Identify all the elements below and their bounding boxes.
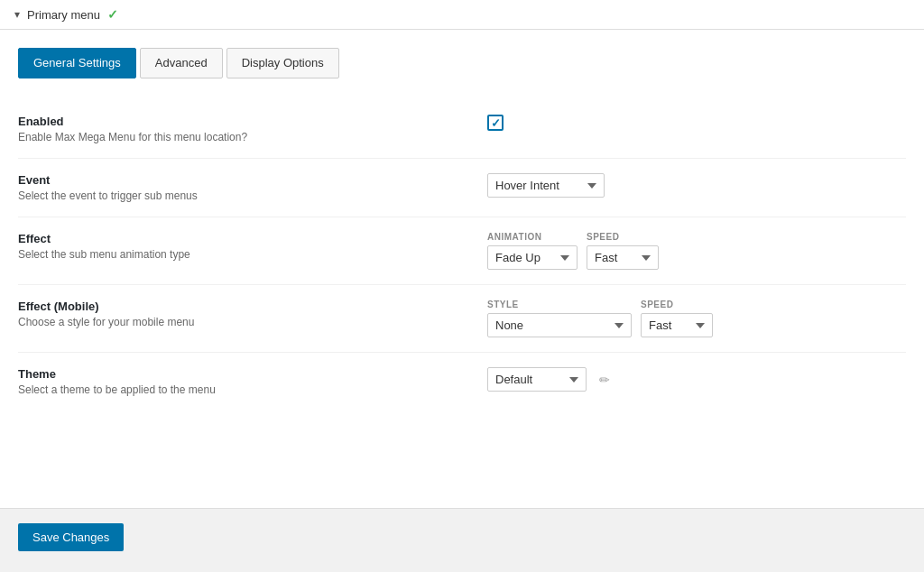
content-area: General Settings Advanced Display Option… [0,30,924,508]
setting-desc-enabled: Enable Max Mega Menu for this menu locat… [18,131,487,143]
style-label: STYLE [487,300,632,309]
setting-label-theme: Theme [18,367,487,381]
tab-display-options[interactable]: Display Options [226,48,339,78]
setting-control-enabled: ✓ [487,115,906,131]
setting-row-theme: Theme Select a theme to be applied to th… [18,353,906,411]
style-select[interactable]: None Slide Fade [487,313,632,337]
menu-title: Primary menu [27,8,100,22]
setting-desc-effect: Select the sub menu animation type [18,248,487,261]
animation-select[interactable]: Fade Up Fade Slide None [487,245,578,270]
check-icon: ✓ [107,7,118,22]
setting-desc-event: Select the event to trigger sub menus [18,189,487,202]
setting-label-col-enabled: Enabled Enable Max Mega Menu for this me… [18,115,487,143]
setting-desc-theme: Select a theme to be applied to the menu [18,383,487,396]
top-bar: ▾ Primary menu ✓ [0,0,924,30]
save-changes-button[interactable]: Save Changes [18,523,124,551]
setting-label-effect: Effect [18,232,487,245]
setting-label-col-effect: Effect Select the sub menu animation typ… [18,232,487,261]
setting-row-enabled: Enabled Enable Max Mega Menu for this me… [18,100,906,159]
speed-select-effect[interactable]: Fast Normal Slow [587,245,659,270]
setting-label-effect-mobile: Effect (Mobile) [18,300,487,313]
tabs-row: General Settings Advanced Display Option… [18,48,906,78]
setting-label-event: Event [18,173,487,187]
setting-label-col-effect-mobile: Effect (Mobile) Choose a style for your … [18,300,487,328]
footer-bar: Save Changes [0,508,924,566]
edit-icon[interactable]: ✏ [599,373,610,387]
speed-select-mobile[interactable]: Fast Normal Slow [641,313,713,337]
enabled-checkbox[interactable]: ✓ [487,115,504,131]
tab-general-settings[interactable]: General Settings [18,48,136,78]
speed-group-mobile: SPEED Fast Normal Slow [641,300,713,337]
setting-row-effect: Effect Select the sub menu animation typ… [18,217,906,285]
setting-row-effect-mobile: Effect (Mobile) Choose a style for your … [18,285,906,353]
tab-advanced[interactable]: Advanced [140,48,223,78]
animation-group: ANIMATION Fade Up Fade Slide None [487,232,578,270]
setting-label-enabled: Enabled [18,115,487,128]
setting-label-col-event: Event Select the event to trigger sub me… [18,173,487,202]
setting-desc-effect-mobile: Choose a style for your mobile menu [18,316,487,328]
setting-label-col-theme: Theme Select a theme to be applied to th… [18,367,487,396]
event-select[interactable]: Hover Intent Hover Click [487,173,605,198]
style-group: STYLE None Slide Fade [487,300,632,337]
setting-control-event: Hover Intent Hover Click [487,173,906,198]
theme-select[interactable]: Default Custom [487,367,587,392]
speed-label-mobile: SPEED [641,300,713,309]
speed-group-effect: SPEED Fast Normal Slow [587,232,659,270]
setting-control-theme: Default Custom ✏ [487,367,906,392]
settings-grid: Enabled Enable Max Mega Menu for this me… [18,100,906,411]
check-mark-icon: ✓ [491,117,501,129]
page-wrapper: 科灯跨境 科灯跨 科灯跨境 科灯跨境 科灯跨 科灯跨境 科灯跨境 ▾ Prima… [0,0,924,572]
animation-label: ANIMATION [487,232,578,242]
chevron-icon: ▾ [14,8,20,21]
speed-label-effect: SPEED [587,232,659,242]
setting-control-effect: ANIMATION Fade Up Fade Slide None SPEED … [487,232,906,270]
setting-control-effect-mobile: STYLE None Slide Fade SPEED Fast Normal … [487,300,906,337]
setting-row-event: Event Select the event to trigger sub me… [18,159,906,217]
